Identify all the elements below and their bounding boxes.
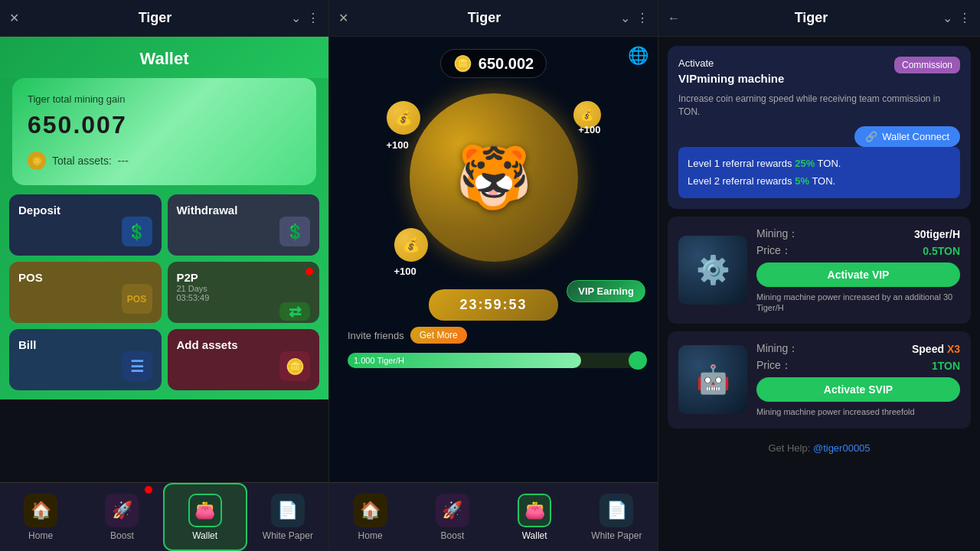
wallet-connect-icon: 🔗	[865, 131, 877, 142]
wallet-card: Tiger total mining gain 650.007 🪙 Total …	[12, 78, 316, 185]
activate-svip-btn[interactable]: Activate SVIP	[756, 377, 960, 402]
close-icon[interactable]: ✕	[9, 11, 19, 25]
wallet-connect-btn[interactable]: 🔗 Wallet Connect	[854, 126, 960, 147]
activate-line1: Activate	[678, 57, 714, 69]
referral-l2-pct: 5%	[795, 175, 809, 187]
p2p-icon: ⇄	[279, 302, 310, 321]
referral-l1-currency: TON.	[818, 158, 841, 169]
mid-paper-icon: 📄	[599, 494, 633, 527]
svip-mining-value: Speed X3	[912, 343, 960, 355]
plus100-left: +100	[387, 139, 409, 151]
nav-whitepaper-mid[interactable]: 📄 White Paper	[576, 483, 658, 551]
middle-chevron-icon[interactable]: ⌄	[620, 11, 630, 25]
middle-title: Tiger	[354, 10, 614, 26]
vip-mining-value: 30tiger/H	[914, 228, 960, 240]
svip-price-value: 1TON	[932, 360, 960, 372]
svip-note: Mining machine power increased threefold	[756, 406, 960, 417]
vip-earning-badge[interactable]: VIP Earning	[567, 280, 645, 302]
boost-red-dot	[145, 486, 152, 494]
deposit-btn[interactable]: Deposit 💲	[9, 194, 162, 256]
referral-banner: Level 1 referral rewards 25% TON. Level …	[678, 147, 960, 198]
add-assets-label: Add assets	[177, 338, 311, 351]
progress-toggle[interactable]	[629, 351, 647, 370]
mid-paper-label: White Paper	[591, 530, 642, 541]
pos-btn[interactable]: POS POS	[9, 262, 162, 323]
chevron-down-icon[interactable]: ⌄	[291, 11, 301, 25]
right-back-icon[interactable]: ←	[668, 11, 680, 25]
add-assets-btn[interactable]: Add assets 🪙	[168, 329, 320, 390]
activate-header: Activate VIPmining machine Commission	[678, 57, 960, 86]
timer-box: 23:59:53	[429, 289, 557, 321]
activate-desc: Increase coin earning speed while receiv…	[678, 93, 960, 119]
floating-coin-bl: 💰	[394, 228, 428, 262]
pos-label: POS	[18, 271, 152, 284]
vip-price-label: Price：	[756, 244, 792, 258]
right-chevron-icon[interactable]: ⌄	[942, 11, 952, 25]
get-more-btn[interactable]: Get More	[410, 327, 467, 344]
referral-l1: Level 1 referral rewards 25% TON.	[688, 155, 951, 172]
more-icon[interactable]: ⋮	[307, 11, 319, 25]
vip-note: Mining machine power increased by an add…	[756, 292, 960, 314]
add-assets-icon: 🪙	[279, 351, 310, 381]
invite-bar: Invite friends Get More	[338, 321, 648, 350]
coin-container[interactable]: 💰 +100 💰 +100 🐯 💰 +100	[387, 78, 601, 277]
activate-title: Activate VIPmining machine	[678, 57, 784, 86]
middle-header: ✕ Tiger ⌄ ⋮	[329, 0, 658, 37]
right-content: Activate VIPmining machine Commission In…	[658, 37, 980, 469]
left-bottom-nav: 🏠 Home 🚀 Boost 👛 Wallet 📄 White Paper	[0, 482, 328, 551]
referral-l2: Level 2 referral rewards 5% TON.	[688, 172, 951, 190]
plus100-bottom: +100	[394, 266, 416, 277]
vip-machine-img: ⚙️	[678, 236, 747, 305]
referral-l1-text: Level 1 referral rewards	[688, 158, 792, 169]
wallet-icon: 👛	[188, 494, 222, 527]
total-assets: 🪙 Total assets: ---	[28, 152, 301, 170]
wallet-connect-label: Wallet Connect	[882, 131, 949, 142]
nav-boost-mid[interactable]: 🚀 Boost	[411, 483, 493, 551]
coin-amount: 650.002	[479, 55, 534, 73]
right-title: Tiger	[686, 10, 936, 26]
globe-icon[interactable]: 🌐	[628, 46, 648, 66]
nav-home-left[interactable]: 🏠 Home	[0, 483, 81, 551]
middle-more-icon[interactable]: ⋮	[636, 11, 648, 25]
svip-mining-label: Mining：	[756, 342, 799, 356]
p2p-days: 21 Days	[177, 284, 311, 293]
referral-l2-text: Level 2 referral rewards	[688, 175, 792, 187]
nav-whitepaper-label: White Paper	[263, 530, 313, 541]
activate-vip-btn[interactable]: Activate VIP	[756, 262, 960, 287]
mining-label: Tiger total mining gain	[28, 93, 301, 105]
nav-home-mid[interactable]: 🏠 Home	[329, 483, 411, 551]
nav-boost-left[interactable]: 🚀 Boost	[81, 483, 162, 551]
total-assets-value: ---	[118, 155, 129, 167]
bill-btn[interactable]: Bill ☰	[9, 329, 162, 390]
help-contact[interactable]: @tiger00005	[813, 442, 871, 454]
svip-mining-row: Mining： Speed X3	[756, 342, 960, 356]
p2p-timer: 03:53:49	[177, 293, 311, 302]
counter-coin-icon: 🪙	[453, 54, 472, 73]
right-content-scroll: Activate VIPmining machine Commission In…	[658, 37, 980, 551]
coin-icon: 🪙	[28, 152, 46, 170]
nav-boost-label: Boost	[110, 530, 134, 541]
right-more-icon[interactable]: ⋮	[959, 11, 971, 25]
p2p-red-dot	[305, 268, 313, 276]
progress-bar-container: 1.000 Tiger/H	[348, 353, 639, 368]
mid-boost-icon: 🚀	[436, 494, 469, 527]
referral-l1-pct: 25%	[795, 158, 815, 169]
withdrawal-btn[interactable]: Withdrawal 💲	[168, 194, 320, 256]
total-assets-label: Total assets:	[52, 155, 112, 167]
pos-icon: POS	[122, 284, 152, 314]
middle-close-icon[interactable]: ✕	[338, 11, 348, 25]
nav-wallet-mid[interactable]: 👛 Wallet	[494, 483, 576, 551]
boost-icon: 🚀	[105, 494, 139, 527]
commission-btn[interactable]: Commission	[894, 57, 960, 73]
nav-wallet-left[interactable]: 👛 Wallet	[163, 483, 247, 551]
nav-home-label: Home	[28, 530, 53, 541]
bill-icon: ☰	[122, 351, 152, 381]
p2p-btn[interactable]: P2P 21 Days 03:53:49 ⇄	[168, 262, 320, 323]
tiger-coin[interactable]: 🐯	[410, 93, 578, 262]
deposit-icon: 💲	[122, 217, 152, 246]
nav-whitepaper-left[interactable]: 📄 White Paper	[247, 483, 328, 551]
game-area: 🌐 🪙 650.002 💰 +100 💰 +100 🐯 💰 +100	[329, 37, 658, 482]
mid-home-icon: 🏠	[354, 494, 387, 527]
wallet-actions: Deposit 💲 Withdrawal 💲 POS POS P2P 2	[0, 194, 328, 390]
mid-boost-label: Boost	[441, 530, 465, 541]
